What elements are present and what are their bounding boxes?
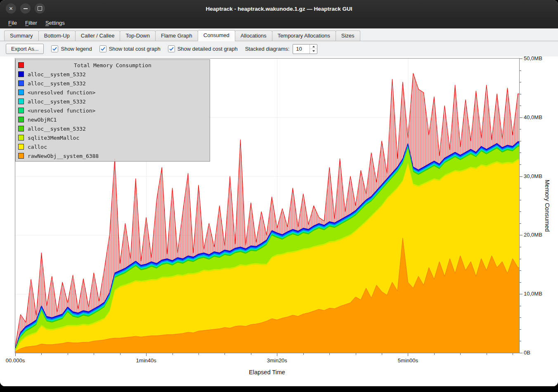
tab-temporary-allocations[interactable]: Temporary Allocations <box>272 31 336 41</box>
x-minor-tick <box>251 353 251 355</box>
y-minor-tick <box>520 247 521 247</box>
tab-summary[interactable]: Summary <box>4 31 39 41</box>
x-axis-title: Elapsed Time <box>249 369 285 376</box>
legend-item-label: sqlite3MemMalloc <box>28 135 79 141</box>
window-title: Heaptrack - heaptrack.wakunode.1.gz — He… <box>0 6 558 12</box>
minimize-icon <box>24 8 28 9</box>
x-minor-tick <box>120 353 121 355</box>
y-minor-tick <box>520 317 521 318</box>
legend-item-label: alloc__system_5332 <box>28 71 86 77</box>
y-minor-tick <box>520 259 521 259</box>
arrow-down-icon <box>312 50 315 52</box>
check-icon <box>100 46 106 52</box>
tab-consumed[interactable]: Consumed <box>198 30 235 41</box>
legend-swatch <box>18 80 24 86</box>
y-major-tick <box>520 294 523 294</box>
x-minor-tick <box>303 353 304 355</box>
spin-buttons <box>310 45 317 54</box>
y-major-tick <box>520 353 523 353</box>
menu-file[interactable]: File <box>4 18 21 28</box>
tab-caller-callee[interactable]: Caller / Callee <box>75 31 121 41</box>
check-icon <box>52 46 57 52</box>
legend-item-label: alloc__system_5332 <box>28 99 86 105</box>
export-as-button[interactable]: Export As... <box>6 44 44 54</box>
y-axis-label: 0B <box>524 350 530 356</box>
y-minor-tick <box>520 329 521 330</box>
legend-item-label: newObjRC1 <box>28 117 57 123</box>
legend-item: alloc__system_5332 <box>16 70 210 79</box>
y-minor-tick <box>520 94 521 94</box>
legend-item: <unresolved function> <box>16 88 210 97</box>
maximize-button[interactable] <box>35 3 45 14</box>
y-minor-tick <box>520 223 521 224</box>
checkbox-label: Show total cost graph <box>109 46 161 52</box>
stacked-diagrams-label: Stacked diagrams: <box>245 46 290 52</box>
checkbox-show-total-cost-graph[interactable]: Show total cost graph <box>99 45 161 52</box>
legend-swatch <box>18 108 24 113</box>
titlebar[interactable]: ✕ Heaptrack - heaptrack.wakunode.1.gz — … <box>0 0 558 17</box>
spin-up-button[interactable] <box>310 45 317 49</box>
tab-bottom-up[interactable]: Bottom-Up <box>38 31 76 41</box>
legend-title: Total Memory Consumption <box>74 62 151 68</box>
x-minor-tick <box>487 353 487 355</box>
tab-top-down[interactable]: Top-Down <box>120 31 156 41</box>
legend-swatch <box>18 62 24 68</box>
y-minor-tick <box>520 282 521 283</box>
stacked-diagrams-spinbox: 10 <box>293 44 317 54</box>
menu-filter[interactable]: Filter <box>21 18 41 28</box>
y-major-tick <box>520 176 523 177</box>
legend-item: alloc__system_5332 <box>16 79 210 88</box>
x-minor-tick <box>329 353 330 355</box>
y-minor-tick <box>520 141 521 141</box>
y-minor-tick <box>520 200 521 200</box>
maximize-icon <box>38 6 42 11</box>
x-axis-label: 1min40s <box>136 357 156 364</box>
legend-item: sqlite3MemMalloc <box>16 133 210 142</box>
y-major-tick <box>520 59 523 59</box>
checkbox-label: Show legend <box>61 46 92 52</box>
legend-item: calloc <box>16 142 210 151</box>
close-button[interactable]: ✕ <box>6 3 16 14</box>
heaptrack-window: ✕ Heaptrack - heaptrack.wakunode.1.gz — … <box>0 0 558 386</box>
window-controls: ✕ <box>6 3 45 14</box>
legend-swatch <box>18 144 24 150</box>
x-minor-tick <box>173 353 173 355</box>
legend-item-label: alloc__system_5332 <box>28 80 86 87</box>
x-minor-tick <box>225 353 225 355</box>
check-icon <box>169 46 174 52</box>
checkbox-show-legend[interactable]: Show legend <box>51 45 92 52</box>
tab-allocations[interactable]: Allocations <box>235 31 272 41</box>
x-major-tick <box>277 353 277 356</box>
x-minor-tick <box>94 353 94 355</box>
y-minor-tick <box>520 153 521 153</box>
x-minor-tick <box>199 353 199 355</box>
legend-swatch <box>18 71 24 77</box>
y-minor-tick <box>520 270 521 271</box>
tab-bar: SummaryBottom-UpCaller / CalleeTop-DownF… <box>0 28 558 41</box>
y-minor-tick <box>520 129 521 129</box>
y-axis-title: Memory Consumed <box>544 180 551 232</box>
x-major-tick <box>408 353 408 356</box>
x-axis-label: 3min20s <box>267 357 287 364</box>
legend-item: alloc__system_5332 <box>16 124 210 133</box>
menubar: FileFilterSettings <box>0 17 558 28</box>
x-minor-tick <box>41 353 42 355</box>
spin-down-button[interactable] <box>310 49 317 54</box>
legend-item-label: <unresolved function> <box>28 89 95 96</box>
legend-swatch <box>18 89 24 95</box>
legend-item-label: calloc <box>28 144 47 150</box>
y-major-tick <box>520 235 523 235</box>
toolbar: Export As... Show legendShow total cost … <box>0 41 558 56</box>
legend-item-label: <unresolved function> <box>28 108 95 114</box>
legend-title-row: Total Memory Consumption <box>16 61 210 70</box>
checkbox-show-detailed-cost-graph[interactable]: Show detailed cost graph <box>168 45 238 52</box>
tab-sizes[interactable]: Sizes <box>336 31 360 41</box>
tab-flame-graph[interactable]: Flame Graph <box>155 31 198 41</box>
y-minor-tick <box>520 82 521 82</box>
x-major-tick <box>146 353 147 356</box>
stacked-diagrams-value[interactable]: 10 <box>293 45 310 54</box>
checkbox-box <box>99 45 106 52</box>
menu-settings[interactable]: Settings <box>41 18 69 28</box>
minimize-button[interactable] <box>20 3 31 14</box>
x-major-tick <box>15 353 16 356</box>
